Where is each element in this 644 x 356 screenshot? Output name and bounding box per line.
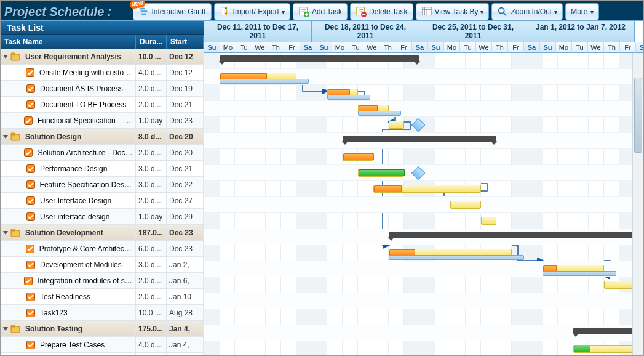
task-row[interactable]: Document TO BE Process2.0 d...Dec 21 [1, 97, 204, 113]
import-export-button[interactable]: Import/ Export ▾ [214, 3, 290, 20]
gantt-row[interactable] [204, 309, 643, 325]
cell-task-name[interactable]: Document AS IS Process [1, 81, 136, 96]
day-header[interactable]: We [476, 42, 492, 53]
collapse-icon[interactable] [3, 327, 8, 331]
task-bar[interactable] [358, 169, 404, 177]
task-row[interactable]: Feature Specification Design3.0 d...Dec … [1, 177, 204, 193]
day-header[interactable]: We [588, 42, 604, 53]
task-row[interactable]: User Testing4.0 d...Jan 10 [1, 353, 204, 355]
task-row[interactable]: Document AS IS Process2.0 d...Dec 19 [1, 81, 204, 97]
add-task-button[interactable]: Add Task [293, 3, 348, 20]
day-header[interactable]: Th [380, 42, 396, 53]
cell-task-name[interactable]: Solution Development [1, 225, 136, 240]
summary-bar[interactable] [220, 55, 419, 62]
gantt-row[interactable] [204, 117, 643, 133]
day-header[interactable]: Mo [556, 42, 572, 53]
cell-task-name[interactable]: Feature Specification Design [1, 177, 136, 192]
week-header[interactable]: Dec 11, 2011 to Dec 17, 2011 [204, 21, 312, 42]
day-header[interactable]: Fr [396, 42, 412, 53]
task-group-row[interactable]: Solution Development187.0...Dec 23 [1, 225, 204, 241]
interactive-gantt-button[interactable]: NEW Interactive Gantt [133, 3, 212, 20]
gantt-row[interactable] [204, 165, 643, 181]
cell-task-name[interactable]: Prepare Test Cases [1, 337, 136, 352]
cell-task-name[interactable]: Solution Architecture - Document [1, 145, 136, 160]
task-row[interactable]: Task12310.0 ...Aug 28 [1, 305, 204, 321]
cell-task-name[interactable]: Task123 [1, 305, 136, 320]
day-header[interactable]: Th [604, 42, 620, 53]
day-header[interactable]: Sa [636, 42, 643, 53]
day-header[interactable]: Tu [348, 42, 364, 53]
gantt-row[interactable] [204, 245, 643, 261]
gantt-row[interactable] [204, 101, 643, 117]
cell-task-name[interactable]: Test Readiness [1, 289, 136, 304]
day-header[interactable]: Fr [284, 42, 300, 53]
col-duration[interactable]: Dura... [136, 35, 167, 49]
cell-task-name[interactable]: User Requirement Analysis [1, 49, 136, 64]
day-header[interactable]: Tu [572, 42, 588, 53]
gantt-row[interactable] [204, 213, 643, 229]
cell-task-name[interactable]: Prototype & Core Architecture [1, 241, 136, 256]
task-bar[interactable] [481, 217, 496, 225]
cell-task-name[interactable]: User Interface Design [1, 193, 136, 208]
gantt-row[interactable] [204, 53, 643, 69]
week-header[interactable]: Dec 25, 2011 to Dec 31, 2011 [419, 21, 527, 42]
cell-task-name[interactable]: Performance Design [1, 161, 136, 176]
day-header[interactable]: Sa [300, 42, 316, 53]
cell-task-name[interactable]: Solution Design [1, 129, 136, 144]
day-header[interactable]: We [252, 42, 268, 53]
day-header[interactable]: Su [428, 42, 444, 53]
week-header[interactable]: Dec 18, 2011 to Dec 24, 2011 [312, 21, 419, 42]
gantt-row[interactable] [204, 229, 643, 245]
task-row[interactable]: Performance Design3.0 d...Dec 21 [1, 161, 204, 177]
gantt-row[interactable] [204, 341, 643, 355]
day-header[interactable]: Th [492, 42, 508, 53]
day-header[interactable]: Mo [332, 42, 348, 53]
gantt-row[interactable] [204, 133, 643, 149]
task-row[interactable]: Solution Architecture - Document2.0 d...… [1, 145, 204, 161]
milestone-diamond[interactable] [411, 118, 426, 132]
task-bar[interactable] [343, 153, 373, 161]
day-header[interactable]: Fr [508, 42, 524, 53]
day-header[interactable]: Fr [620, 42, 636, 53]
gantt-row[interactable] [204, 277, 643, 293]
delete-task-button[interactable]: Delete Task [350, 3, 413, 20]
cell-task-name[interactable]: User interface design [1, 209, 136, 224]
cell-task-name[interactable]: Solution Testing [1, 321, 136, 336]
task-bar[interactable] [373, 185, 481, 193]
cell-task-name[interactable]: Onsite Meeting with customer [1, 65, 136, 80]
gantt-row[interactable] [204, 197, 643, 213]
task-group-row[interactable]: User Requirement Analysis10.0 ...Dec 12 [1, 49, 204, 65]
gantt-scroll[interactable] [204, 53, 643, 355]
vertical-scrollbar[interactable] [632, 53, 643, 355]
day-header[interactable]: Su [204, 42, 220, 53]
collapse-icon[interactable] [3, 135, 8, 139]
task-row[interactable]: Prototype & Core Architecture6.0 d...Dec… [1, 241, 204, 257]
gantt-row[interactable] [204, 149, 643, 165]
task-group-row[interactable]: Solution Testing175.0...Jan 4, [1, 321, 204, 337]
summary-bar[interactable] [343, 136, 496, 142]
gantt-row[interactable] [204, 325, 643, 341]
day-header[interactable]: Tu [460, 42, 476, 53]
collapse-icon[interactable] [3, 55, 8, 59]
gantt-row[interactable] [204, 293, 643, 309]
cell-task-name[interactable]: Integration of modules of solution [1, 273, 136, 288]
day-header[interactable]: Sa [524, 42, 540, 53]
gantt-row[interactable] [204, 261, 643, 277]
summary-bar[interactable] [389, 232, 643, 238]
view-task-by-button[interactable]: View Task By ▾ [416, 3, 490, 20]
cell-task-name[interactable]: Development of Modules [1, 257, 136, 272]
task-row[interactable]: Development of Modules3.0 d...Jan 2, [1, 257, 204, 273]
week-header[interactable]: Jan 1, 2012 to Jan 7, 2012 [527, 21, 635, 42]
task-row[interactable]: Onsite Meeting with customer4.0 d...Dec … [1, 65, 204, 81]
col-start[interactable]: Start [167, 35, 204, 49]
gantt-row[interactable] [204, 69, 643, 85]
zoom-button[interactable]: Zoom In/Out ▾ [491, 3, 563, 20]
day-header[interactable]: Th [268, 42, 284, 53]
cell-task-name[interactable]: Document TO BE Process [1, 97, 136, 112]
gantt-row[interactable] [204, 85, 643, 101]
gantt-row[interactable] [204, 181, 643, 197]
day-header[interactable]: Su [316, 42, 332, 53]
day-header[interactable]: We [364, 42, 380, 53]
task-group-row[interactable]: Solution Design8.0 d...Dec 20 [1, 129, 204, 145]
day-header[interactable]: Su [540, 42, 556, 53]
